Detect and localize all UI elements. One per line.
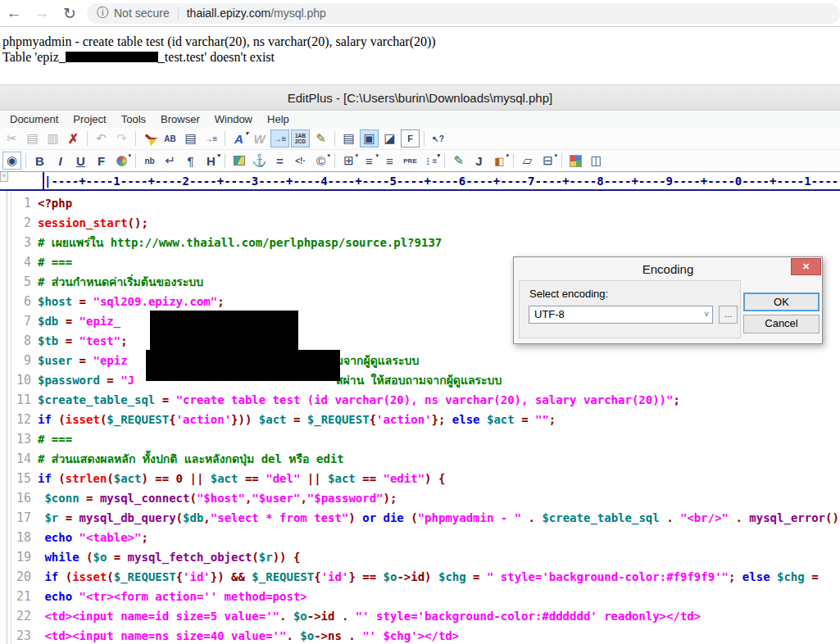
font-tag-icon[interactable]: F [92,152,111,170]
underline-icon[interactable]: U [71,152,90,170]
browser-toolbar: ← → ↻ ⓘ Not secure thaiall.epizy.com/mys… [0,0,840,27]
code-token: $user [38,354,72,367]
hr-icon[interactable]: = [270,152,289,170]
font-icon[interactable]: A [229,129,248,147]
code-token: { [169,413,175,426]
cut-icon[interactable]: ✂ [2,129,21,147]
code-token: $chg [438,570,466,583]
word-wrap-icon[interactable]: W [250,129,269,147]
autocomplete-icon[interactable]: 1AB 2CD [291,129,310,147]
winlogo-icon[interactable] [566,152,585,170]
close-icon[interactable]: ✕ [791,258,821,275]
ordered-list-icon[interactable]: ⋮≡ [421,152,440,170]
encoding-select[interactable]: UTF-8 ˅ [529,306,713,324]
code-token: ->ns . [314,629,362,642]
italic-icon[interactable]: I [51,152,70,170]
image-icon[interactable] [229,152,248,170]
code-token: mysql_fetch_object [128,551,252,564]
delete-icon[interactable]: ✗ [64,129,83,147]
align-right-icon[interactable]: ≡ [380,152,399,170]
redo-icon[interactable]: ↷ [112,129,131,147]
replace-icon[interactable]: AB [161,129,179,147]
color-icon[interactable] [112,152,131,170]
document-selector-icon[interactable]: ˅ [0,172,8,182]
address-bar[interactable]: ⓘ Not secure thaiall.epizy.com/mysql.php [87,3,840,24]
object-cube-icon[interactable]: ◧ [490,152,509,170]
wrap-toggle-icon[interactable]: →≡ [270,129,289,147]
code-token: ( [176,511,183,524]
code-token: ( [107,570,113,583]
code-token: 'action' [176,413,231,426]
code-token: if [44,570,65,583]
menu-project[interactable]: Project [66,113,113,125]
code-line-3: 3# เผยแพร่ใน http://www.thaiall.com/perl… [0,233,840,252]
line-number: 11 [0,390,38,410]
js-icon[interactable]: J [470,152,488,170]
window-list-icon[interactable]: ⊟ [538,152,557,170]
nbsp-icon[interactable]: nb [140,152,159,170]
context-help-icon[interactable]: ↖? [429,129,447,147]
menu-window[interactable]: Window [207,113,260,125]
copy-icon[interactable]: ▤ [23,129,42,147]
comment-icon[interactable]: <!· [291,152,310,170]
back-icon[interactable]: ← [0,4,28,22]
paste-icon[interactable]: ▥ [43,129,62,147]
script-icon[interactable]: ✎ [449,152,468,170]
line-break-icon[interactable]: ↵ [161,152,179,170]
menu-tools[interactable]: Tools [114,113,153,125]
menu-help[interactable]: Help [260,113,297,125]
folder-icon[interactable]: ▱ [518,152,537,170]
code-token: else [452,413,487,426]
table-icon[interactable]: ⊞ [339,152,358,170]
browser-preview-icon[interactable]: ◉ [2,152,21,170]
redaction-box [150,311,298,351]
browse-button[interactable]: ... [719,306,738,324]
code-token: "select * from test" [211,511,349,524]
frame-f-icon[interactable]: F [401,129,420,147]
reload-icon[interactable]: ↻ [56,4,84,23]
code-line-12: 12if (isset($_REQUEST{'action'})) $act =… [0,410,840,429]
paragraph-icon[interactable]: ¶ [181,152,200,170]
code-token: ) { [425,472,445,485]
line-number: 12 [0,410,38,429]
doc-props-icon[interactable]: ▤ [339,129,358,147]
code-token: # ส่วนกำหนดค่าเริ่มต้นของระบบ [38,275,203,288]
code-token: , [203,511,210,524]
code-token: ); [384,492,397,505]
align-center-icon[interactable]: ≡ [360,152,379,170]
charmap-icon[interactable]: © [311,152,330,170]
code-line-19: 19 while ($o = mysql_fetch_object($r)) { [0,547,840,567]
line-number: 16 [0,488,38,508]
code-token: "" [535,413,549,426]
code-token: $r [44,511,58,524]
forward-icon[interactable]: → [28,4,56,22]
code-token: echo [44,531,79,544]
code-token: $password [38,374,100,387]
pre-icon[interactable]: PRE [401,152,420,170]
cancel-button[interactable]: Cancel [743,315,820,333]
indent-list-icon[interactable]: →≡ [202,129,220,147]
copy-doc-icon[interactable]: ▤ [181,129,200,147]
split-window-icon[interactable]: ◫ [587,152,606,170]
ok-button[interactable]: OK [743,293,820,311]
bold-icon[interactable]: B [30,152,49,170]
code-token: ( [58,413,65,426]
find-icon[interactable] [140,129,159,147]
undo-icon[interactable]: ↶ [92,129,111,147]
code-token: ) == 0 || [141,472,210,485]
window-dark-icon[interactable]: ◪ [380,129,399,147]
menu-document[interactable]: Document [2,113,66,125]
code-token: = [107,551,127,564]
format-icon[interactable]: ✎ [311,129,330,147]
encoding-dialog: Encoding ✕ Select encoding: UTF-8 ˅ ... … [513,256,823,344]
heading-icon[interactable]: H [202,152,220,170]
window-normal-icon[interactable]: ▣ [360,129,379,147]
code-token: "$host" [197,492,245,505]
code-token: . [521,511,542,524]
info-icon[interactable]: ⓘ [97,6,108,20]
code-token: $o [384,570,397,583]
code-token: $host [38,295,72,308]
menu-browser[interactable]: Browser [153,113,207,125]
anchor-icon[interactable]: ⚓ [250,152,269,170]
code-token: "$user" [252,492,300,505]
